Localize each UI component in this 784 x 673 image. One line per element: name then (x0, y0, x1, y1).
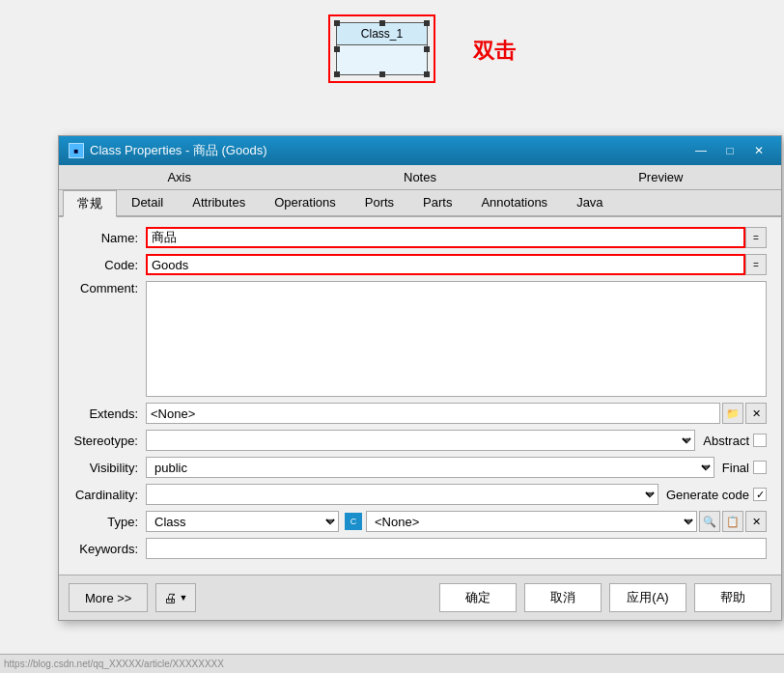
class-box-body (337, 45, 427, 74)
tabs-row2: 常规 Detail Attributes Operations Ports Pa… (59, 190, 781, 217)
visibility-label: Visibility: (73, 461, 146, 475)
visibility-row: Visibility: public private protected Fin… (73, 457, 767, 478)
dialog-icon: ■ (69, 143, 84, 158)
status-url: https://blog.csdn.net/qq_XXXXX/article/X… (4, 659, 224, 669)
type-select-wrapper: Class Interface Abstract (146, 511, 339, 532)
ok-label: 确定 (465, 590, 490, 604)
type-second-select[interactable]: <None> (366, 511, 697, 532)
handle-ml (334, 46, 340, 52)
apply-button[interactable]: 应用(A) (609, 583, 686, 612)
class-box-header: Class_1 (337, 23, 427, 45)
handle-bc (379, 71, 385, 77)
tab-notes[interactable]: Notes (383, 165, 457, 189)
type-icon-btn2[interactable]: 📋 (722, 511, 743, 532)
name-equals-button[interactable]: = (745, 227, 767, 248)
cancel-label: 取消 (550, 590, 575, 604)
tab-ports[interactable]: Ports (350, 190, 408, 215)
dialog-title: Class Properties - 商品 (Goods) (90, 142, 267, 159)
cardinality-select[interactable] (146, 484, 658, 505)
comment-row: Comment: (73, 281, 767, 397)
tab-parts[interactable]: Parts (408, 190, 466, 215)
tab-attributes[interactable]: Attributes (178, 190, 260, 215)
type-icon-btn3[interactable]: ✕ (745, 511, 767, 532)
class-name-label: Class_1 (361, 27, 403, 41)
code-label: Code: (73, 258, 146, 272)
tabs-row1: Axis Notes Preview (59, 165, 781, 190)
generate-code-checkbox[interactable] (753, 488, 767, 501)
handle-tr (424, 20, 430, 26)
status-bar: https://blog.csdn.net/qq_XXXXX/article/X… (0, 654, 784, 673)
ok-button[interactable]: 确定 (439, 583, 517, 612)
red-selection-box: Class_1 (328, 14, 435, 83)
apply-label: 应用(A) (627, 590, 668, 604)
cancel-button[interactable]: 取消 (524, 583, 602, 612)
cardinality-select-wrapper (146, 484, 658, 505)
tab-group-3: Preview (541, 165, 781, 189)
print-button[interactable]: 🖨 ▼ (155, 583, 196, 612)
name-label: Name: (73, 231, 146, 245)
handle-br (424, 71, 430, 77)
abstract-label: Abstract (703, 434, 749, 448)
tab-group-2: Notes (299, 165, 540, 189)
handle-mr (424, 46, 430, 52)
maximize-button[interactable]: □ (717, 142, 742, 159)
type-icon: C (345, 513, 362, 530)
tab-preview[interactable]: Preview (618, 165, 703, 189)
print-icon: 🖨 (164, 591, 177, 605)
tab-general[interactable]: 常规 (63, 190, 117, 217)
dialog-icon-label: ■ (74, 147, 79, 155)
close-button[interactable]: ✕ (746, 142, 771, 159)
comment-textarea[interactable] (146, 281, 767, 397)
visibility-select-wrapper: public private protected (146, 457, 714, 478)
extends-label: Extends: (73, 407, 146, 421)
title-bar-controls: — □ ✕ (688, 142, 771, 159)
handle-bl (334, 71, 340, 77)
stereotype-select-wrapper (146, 430, 695, 451)
double-click-hint: 双击 (473, 37, 516, 66)
class-box[interactable]: Class_1 (336, 22, 428, 75)
bottom-bar: More >> 🖨 ▼ 确定 取消 应用(A) 帮助 (59, 575, 781, 620)
name-input[interactable] (146, 227, 745, 248)
tab-java[interactable]: Java (562, 190, 617, 215)
extends-clear-button[interactable]: ✕ (745, 403, 767, 424)
stereotype-select[interactable] (146, 430, 695, 451)
type-select[interactable]: Class Interface Abstract (146, 511, 339, 532)
help-button[interactable]: 帮助 (694, 583, 771, 612)
generate-code-checkbox-group: Generate code (666, 488, 767, 502)
type-second-select-wrapper: <None> (366, 511, 697, 532)
stereotype-label: Stereotype: (73, 434, 146, 448)
code-input[interactable] (146, 254, 745, 275)
extends-input[interactable] (146, 403, 720, 424)
class-diagram-area: Class_1 (328, 14, 435, 83)
dialog-content: Name: = Code: = Comment: Extends: 📁 ✕ St… (59, 217, 781, 575)
abstract-checkbox[interactable] (753, 434, 767, 447)
stereotype-row: Stereotype: Abstract (73, 430, 767, 451)
type-label: Type: (73, 515, 146, 529)
cardinality-row: Cardinality: Generate code (73, 484, 767, 505)
minimize-button[interactable]: — (688, 142, 714, 159)
generate-code-label: Generate code (666, 488, 749, 502)
title-bar-left: ■ Class Properties - 商品 (Goods) (69, 142, 267, 159)
code-equals-button[interactable]: = (745, 254, 767, 275)
extends-browse-button[interactable]: 📁 (722, 403, 743, 424)
help-label: 帮助 (720, 590, 745, 604)
more-label: More >> (85, 591, 131, 605)
tab-annotations[interactable]: Annotations (466, 190, 562, 215)
keywords-input[interactable] (146, 538, 767, 559)
print-dropdown-icon: ▼ (179, 593, 187, 603)
type-row: Type: Class Interface Abstract C <None> … (73, 511, 767, 532)
code-row: Code: = (73, 254, 767, 275)
handle-tl (334, 20, 340, 26)
comment-label: Comment: (73, 281, 146, 295)
tab-axis[interactable]: Axis (147, 165, 211, 189)
type-second-group: C <None> 🔍 📋 ✕ (345, 511, 767, 532)
tab-group-1: Axis (59, 165, 299, 189)
tab-detail[interactable]: Detail (117, 190, 178, 215)
more-button[interactable]: More >> (69, 583, 148, 612)
visibility-select[interactable]: public private protected (146, 457, 714, 478)
type-icon-btn1[interactable]: 🔍 (699, 511, 720, 532)
extends-row: Extends: 📁 ✕ (73, 403, 767, 424)
tab-operations[interactable]: Operations (260, 190, 350, 215)
abstract-checkbox-group: Abstract (703, 434, 767, 448)
final-checkbox[interactable] (753, 461, 767, 474)
